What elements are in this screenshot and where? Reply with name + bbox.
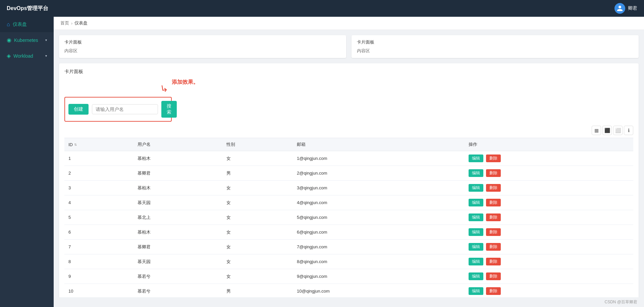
delete-button[interactable]: 删除	[486, 155, 501, 162]
cell-username: 慕柏木	[133, 181, 222, 195]
home-icon: ⌂	[7, 21, 10, 27]
card-2: 卡片面板 内容区	[352, 35, 639, 58]
delete-button[interactable]: 删除	[486, 184, 501, 192]
cell-actions: 编辑 删除	[465, 240, 633, 254]
cell-username: 慕若兮	[133, 284, 222, 298]
chevron-down-icon: ▾	[45, 54, 47, 58]
cards-row: 卡片面板 内容区 卡片面板 内容区	[59, 35, 639, 58]
table-header-row: ▦ ⬛ ⬜ ℹ	[64, 126, 633, 135]
search-input[interactable]	[92, 104, 158, 114]
card-1-title: 卡片面板	[64, 39, 341, 45]
table-row: 4 慕天园 女 4@qingjun.com 编辑 删除	[64, 195, 633, 210]
table-header: ID ⇅ 用户名 性别 邮箱 操作	[64, 138, 633, 151]
edit-button[interactable]: 编辑	[469, 199, 483, 206]
delete-button[interactable]: 删除	[486, 258, 501, 265]
cell-id: 2	[64, 166, 133, 181]
cell-gender: 女	[222, 151, 293, 166]
edit-button[interactable]: 编辑	[469, 287, 483, 295]
data-table: ID ⇅ 用户名 性别 邮箱 操作 1 慕柏木 女	[64, 138, 633, 297]
create-button[interactable]: 创建	[68, 104, 89, 115]
edit-button[interactable]: 编辑	[469, 169, 483, 177]
card-1-content: 内容区	[64, 48, 341, 54]
cell-actions: 编辑 删除	[465, 151, 633, 166]
th-email: 邮箱	[293, 138, 465, 151]
table-row: 1 慕柏木 女 1@qingjun.com 编辑 删除	[64, 151, 633, 166]
cell-actions: 编辑 删除	[465, 269, 633, 284]
print-icon-btn[interactable]: ⬜	[613, 126, 623, 135]
cell-actions: 编辑 删除	[465, 210, 633, 225]
grid-icon-btn[interactable]: ▦	[592, 126, 601, 135]
cell-actions: 编辑 删除	[465, 195, 633, 210]
th-id: ID ⇅	[64, 138, 133, 151]
breadcrumb-home: 首页	[60, 20, 69, 26]
cell-actions: 编辑 删除	[465, 284, 633, 298]
delete-button[interactable]: 删除	[486, 169, 501, 177]
cell-actions: 编辑 删除	[465, 181, 633, 195]
table-row: 9 慕若兮 女 9@qingjun.com 编辑 删除	[64, 269, 633, 284]
delete-button[interactable]: 删除	[486, 287, 501, 295]
cell-gender: 女	[222, 225, 293, 240]
cell-id: 5	[64, 210, 133, 225]
main-area: 首页 › 仪表盘 卡片面板 内容区 卡片面板 内容区 卡片面板	[54, 17, 644, 307]
main-card-title: 卡片面板	[64, 69, 633, 75]
sidebar-item-dashboard[interactable]: ⌂ 仪表盘	[0, 17, 54, 32]
edit-button[interactable]: 编辑	[469, 258, 483, 265]
table-row: 6 慕柏木 女 6@qingjun.com 编辑 删除	[64, 225, 633, 240]
sidebar-item-workload[interactable]: ◈ Workload ▾	[0, 48, 54, 64]
edit-button[interactable]: 编辑	[469, 155, 483, 162]
edit-button[interactable]: 编辑	[469, 272, 483, 280]
delete-button[interactable]: 删除	[486, 228, 501, 236]
cell-username: 慕柏木	[133, 225, 222, 240]
cell-id: 4	[64, 195, 133, 210]
footer-text: CSDN @百草卿君	[604, 300, 637, 304]
cell-email: 4@qingjun.com	[293, 195, 465, 210]
cell-email: 8@qingjun.com	[293, 254, 465, 269]
footer: CSDN @百草卿君	[54, 297, 644, 307]
table-row: 5 慕北上 女 5@qingjun.com 编辑 删除	[64, 210, 633, 225]
table-icons: ▦ ⬛ ⬜ ℹ	[592, 126, 633, 135]
delete-button[interactable]: 删除	[486, 213, 501, 221]
download-icon-btn[interactable]: ⬛	[602, 126, 612, 135]
kubernetes-icon: ◉	[7, 37, 11, 43]
cell-id: 1	[64, 151, 133, 166]
main-card: 卡片面板 添加效果。 ↱ 创建 搜索 ▦ ⬛	[59, 63, 639, 297]
cell-email: 7@qingjun.com	[293, 240, 465, 254]
cell-gender: 女	[222, 240, 293, 254]
info-icon-btn[interactable]: ℹ	[624, 126, 633, 135]
cell-gender: 女	[222, 269, 293, 284]
table-row: 8 慕天园 女 8@qingjun.com 编辑 删除	[64, 254, 633, 269]
table-row: 7 慕卿君 女 7@qingjun.com 编辑 删除	[64, 240, 633, 254]
content-area: 卡片面板 内容区 卡片面板 内容区 卡片面板 添加效果。 ↱ 创建	[54, 30, 644, 297]
cell-username: 慕若兮	[133, 269, 222, 284]
delete-button[interactable]: 删除	[486, 272, 501, 280]
edit-button[interactable]: 编辑	[469, 213, 483, 221]
layout: ⌂ 仪表盘 ◉ Kubernetes ▾ ◈ Workload ▾ 首页 › 仪…	[0, 17, 644, 307]
cell-id: 9	[64, 269, 133, 284]
cell-gender: 男	[222, 166, 293, 181]
delete-button[interactable]: 删除	[486, 199, 501, 206]
th-gender: 性别	[222, 138, 293, 151]
workload-icon: ◈	[7, 53, 11, 59]
annotation-area: 添加效果。 ↱	[64, 79, 633, 96]
cell-id: 10	[64, 284, 133, 298]
edit-button[interactable]: 编辑	[469, 228, 483, 236]
delete-button[interactable]: 删除	[486, 243, 501, 251]
search-button[interactable]: 搜索	[161, 101, 177, 118]
cell-actions: 编辑 删除	[465, 225, 633, 240]
toolbar: 创建 搜索	[64, 97, 172, 122]
cell-email: 1@qingjun.com	[293, 151, 465, 166]
edit-button[interactable]: 编辑	[469, 243, 483, 251]
cell-email: 9@qingjun.com	[293, 269, 465, 284]
breadcrumb: 首页 › 仪表盘	[54, 17, 644, 30]
sidebar-item-kubernetes[interactable]: ◉ Kubernetes ▾	[0, 32, 54, 48]
chevron-down-icon: ▾	[45, 38, 47, 42]
card-2-title: 卡片面板	[357, 39, 633, 45]
edit-button[interactable]: 编辑	[469, 184, 483, 192]
user-area: 卿君	[614, 3, 637, 14]
cell-username: 慕柏木	[133, 151, 222, 166]
cell-actions: 编辑 删除	[465, 166, 633, 181]
annotation-text: 添加效果。	[172, 79, 199, 86]
sort-icon: ⇅	[74, 143, 77, 146]
card-1: 卡片面板 内容区	[59, 35, 346, 58]
th-actions: 操作	[465, 138, 633, 151]
